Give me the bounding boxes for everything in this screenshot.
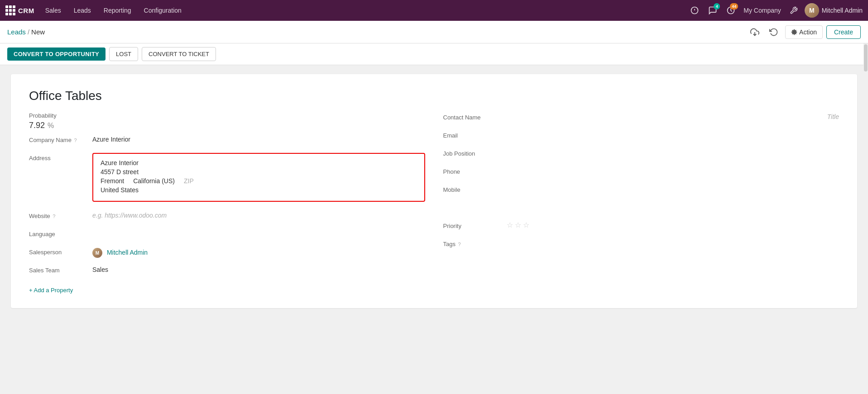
action-button-label: Action bbox=[799, 28, 817, 36]
app-logo[interactable]: CRM bbox=[5, 5, 34, 15]
title-value[interactable]: Title bbox=[673, 112, 839, 120]
address-line1[interactable]: Azure Interior bbox=[101, 159, 417, 166]
job-position-label: Job Position bbox=[443, 148, 507, 157]
nav-item-leads[interactable]: Leads bbox=[68, 0, 96, 21]
priority-row: Priority ☆ ☆ ☆ bbox=[443, 221, 839, 234]
breadcrumb-separator: / bbox=[28, 28, 29, 36]
discard-icon[interactable] bbox=[766, 24, 782, 40]
company-name-value[interactable]: Azure Interior bbox=[92, 135, 425, 143]
priority-stars: ☆ ☆ ☆ bbox=[507, 221, 529, 229]
breadcrumb-leads-link[interactable]: Leads bbox=[7, 28, 26, 36]
scrollbar-thumb[interactable] bbox=[864, 44, 868, 71]
address-line-city-state: Fremont California (US) ZIP bbox=[101, 177, 417, 185]
contact-name-value[interactable] bbox=[507, 112, 673, 113]
convert-to-opportunity-button[interactable]: CONVERT TO OPPORTUNITY bbox=[7, 47, 106, 61]
scrollbar-track bbox=[863, 43, 868, 394]
form-card: Office Tables Probability 7.92 % Company… bbox=[11, 74, 857, 308]
website-row: Website ? e.g. https://www.odoo.com bbox=[29, 211, 425, 224]
mobile-value[interactable] bbox=[507, 185, 839, 185]
contact-name-label: Contact Name bbox=[443, 112, 507, 121]
gear-icon bbox=[791, 29, 797, 35]
mobile-label: Mobile bbox=[443, 185, 507, 193]
contact-name-row: Contact Name Title bbox=[443, 112, 839, 126]
salesperson-label: Salesperson bbox=[29, 247, 92, 256]
company-name-row: Company Name ? Azure Interior bbox=[29, 135, 425, 148]
probability-value[interactable]: 7.92 bbox=[29, 121, 45, 130]
nav-item-sales[interactable]: Sales bbox=[40, 0, 67, 21]
form-left: Probability 7.92 % Company Name ? Azure … bbox=[29, 112, 425, 294]
add-property-button[interactable]: + Add a Property bbox=[29, 287, 73, 294]
address-country[interactable]: United States bbox=[101, 186, 417, 194]
address-row: Address Azure Interior 4557 D street Fre… bbox=[29, 153, 425, 206]
record-title[interactable]: Office Tables bbox=[29, 89, 839, 103]
breadcrumb-current: New bbox=[31, 28, 45, 36]
probability-section: Probability 7.92 % bbox=[29, 112, 425, 130]
nav-item-configuration[interactable]: Configuration bbox=[139, 0, 187, 21]
create-button[interactable]: Create bbox=[826, 25, 861, 39]
priority-star-2[interactable]: ☆ bbox=[515, 221, 521, 229]
salesperson-avatar: M bbox=[92, 248, 102, 258]
address-line2[interactable]: 4557 D street bbox=[101, 168, 417, 176]
salesperson-value[interactable]: M Mitchell Admin bbox=[92, 247, 425, 258]
website-label: Website ? bbox=[29, 211, 92, 219]
language-row: Language bbox=[29, 229, 425, 242]
website-help-icon[interactable]: ? bbox=[53, 214, 55, 219]
probability-value-row: 7.92 % bbox=[29, 121, 54, 130]
tags-help-icon[interactable]: ? bbox=[458, 242, 461, 247]
address-box[interactable]: Azure Interior 4557 D street Fremont Cal… bbox=[92, 153, 425, 202]
job-position-row: Job Position bbox=[443, 148, 839, 162]
sales-team-value[interactable]: Sales bbox=[92, 265, 425, 273]
probability-label: Probability bbox=[29, 112, 57, 119]
grid-icon bbox=[5, 5, 15, 15]
email-value[interactable] bbox=[507, 130, 839, 131]
tags-row: Tags ? bbox=[443, 239, 839, 252]
tags-label: Tags ? bbox=[443, 239, 507, 247]
cloud-save-icon[interactable] bbox=[747, 24, 762, 40]
phone-row: Phone bbox=[443, 166, 839, 180]
user-name[interactable]: Mitchell Admin bbox=[822, 7, 863, 14]
action-bar-right: Action Create bbox=[747, 24, 861, 40]
priority-star-1[interactable]: ☆ bbox=[507, 221, 513, 229]
address-state[interactable]: California (US) bbox=[133, 177, 175, 185]
email-label: Email bbox=[443, 130, 507, 139]
support-icon[interactable] bbox=[686, 2, 703, 19]
salesperson-row: Salesperson M Mitchell Admin bbox=[29, 247, 425, 261]
nav-right-section: 4 44 My Company M Mitchell Admin bbox=[686, 2, 863, 19]
mobile-row: Mobile bbox=[443, 185, 839, 198]
breadcrumb: Leads / New bbox=[7, 28, 743, 36]
company-name[interactable]: My Company bbox=[741, 7, 783, 14]
chat-badge: 4 bbox=[714, 3, 720, 9]
form-right: Contact Name Title Email Job Position Ph… bbox=[443, 112, 839, 294]
phone-label: Phone bbox=[443, 166, 507, 175]
email-row: Email bbox=[443, 130, 839, 144]
form-toolbar: CONVERT TO OPPORTUNITY LOST CONVERT TO T… bbox=[0, 43, 868, 65]
avatar[interactable]: M bbox=[805, 3, 819, 18]
company-name-help-icon[interactable]: ? bbox=[74, 138, 77, 143]
phone-value[interactable] bbox=[507, 166, 839, 167]
settings-icon[interactable] bbox=[786, 2, 802, 19]
priority-star-3[interactable]: ☆ bbox=[523, 221, 529, 229]
language-value[interactable] bbox=[92, 229, 425, 230]
action-button[interactable]: Action bbox=[785, 25, 823, 39]
address-label: Address bbox=[29, 153, 92, 161]
chat-icon[interactable]: 4 bbox=[705, 2, 721, 19]
activity-icon[interactable]: 44 bbox=[723, 2, 739, 19]
lost-button[interactable]: LOST bbox=[109, 47, 138, 61]
avatar-image: M bbox=[805, 3, 819, 18]
address-zip-placeholder[interactable]: ZIP bbox=[184, 177, 194, 185]
address-city[interactable]: Fremont bbox=[101, 177, 124, 185]
crm-logo-text: CRM bbox=[18, 7, 34, 14]
company-name-label: Company Name ? bbox=[29, 135, 92, 143]
nav-item-reporting[interactable]: Reporting bbox=[98, 0, 137, 21]
tags-value[interactable] bbox=[507, 239, 839, 240]
main-content: Office Tables Probability 7.92 % Company… bbox=[0, 65, 868, 394]
top-navigation: CRM Sales Leads Reporting Configuration … bbox=[0, 0, 868, 21]
convert-to-ticket-button[interactable]: CONVERT TO TICKET bbox=[142, 47, 216, 61]
form-grid: Probability 7.92 % Company Name ? Azure … bbox=[29, 112, 839, 294]
probability-pct: % bbox=[48, 122, 54, 130]
sales-team-row: Sales Team Sales bbox=[29, 265, 425, 279]
language-label: Language bbox=[29, 229, 92, 237]
sales-team-label: Sales Team bbox=[29, 265, 92, 274]
job-position-value[interactable] bbox=[507, 148, 839, 149]
website-input[interactable]: e.g. https://www.odoo.com bbox=[92, 211, 425, 219]
